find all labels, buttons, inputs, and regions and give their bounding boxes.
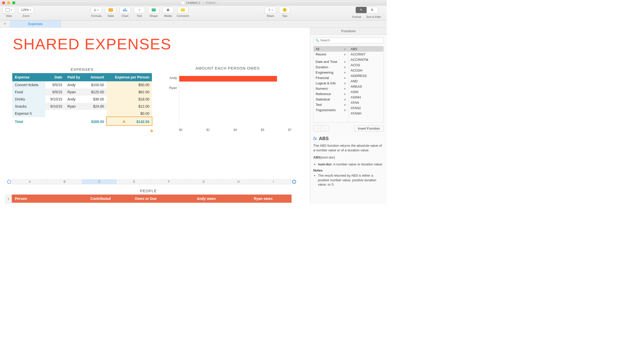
selection-handle[interactable] — [150, 130, 153, 132]
add-sheet-button[interactable]: + — [0, 20, 10, 27]
page-title: SHARED EXPENSES — [13, 35, 310, 53]
tips-button[interactable]: ? — [279, 7, 290, 13]
comment-button[interactable] — [177, 7, 188, 13]
text-button[interactable]: T — [134, 7, 145, 13]
chart-plot — [179, 73, 292, 127]
chart-icon — [123, 8, 127, 12]
toolbar: ▾ View 125%▾ Zoom fx▾ Formula Table Char… — [0, 6, 387, 20]
col-amount[interactable]: Amount — [85, 73, 107, 81]
col-epp[interactable]: Expense per Person — [107, 73, 152, 81]
category-all[interactable]: All▶ — [314, 46, 348, 52]
people-table[interactable]: PEOPLE 1 2 3 4 Person Contributed Owes o… — [5, 189, 292, 204]
document-status: — Edited — [202, 1, 215, 5]
nav-buttons: 〈 〉 — [313, 125, 329, 131]
zoom-label: Zoom — [23, 14, 30, 17]
selection-handle[interactable] — [123, 120, 125, 123]
fx-icon: fx — [313, 136, 317, 141]
nav-back-button[interactable]: 〈 — [314, 126, 321, 131]
function-detail: fxABS The ABS function returns the absol… — [313, 136, 384, 188]
category-recent[interactable]: Recent▶ — [314, 52, 348, 57]
table-handle[interactable] — [292, 180, 296, 184]
media-button[interactable]: ✿ — [162, 7, 174, 13]
zoom-window-button[interactable] — [12, 1, 15, 4]
share-button[interactable]: ⇧▾ — [265, 7, 276, 13]
function-search-input[interactable] — [313, 37, 384, 43]
canvas[interactable]: SHARED EXPENSES EXPENSES Expense Date Pa… — [0, 28, 310, 204]
expenses-table-title: EXPENSES — [12, 67, 152, 72]
document-icon — [181, 1, 185, 5]
insert-function-button[interactable]: Insert Function — [354, 126, 384, 131]
minimize-window-button[interactable] — [7, 1, 10, 4]
window-controls — [2, 1, 15, 4]
table-handle[interactable] — [7, 180, 11, 184]
selected-cell[interactable]: $142.50 — [107, 117, 152, 125]
share-icon: ⇧ — [268, 8, 271, 12]
sheet-tabs: + Expenses — [0, 20, 387, 28]
close-window-button[interactable] — [2, 1, 5, 4]
row-headers[interactable]: 1 2 3 4 — [5, 195, 12, 204]
view-button[interactable]: ▾ — [3, 7, 15, 13]
sidebar-header: Functions — [310, 28, 387, 35]
sort-icon: ⇅ — [371, 8, 373, 12]
document-title: Untitled 2 — [186, 1, 200, 5]
functions-sidebar: Functions 🔍 All▶ Recent▶ Date and Time▶ … — [310, 28, 387, 204]
column-headers[interactable]: A B C E F G H I — [12, 179, 291, 184]
tab-expenses[interactable]: Expenses — [10, 20, 61, 27]
chart-button[interactable] — [119, 7, 131, 13]
col-date[interactable]: Date — [45, 73, 65, 81]
shape-button[interactable] — [148, 7, 159, 13]
window-titlebar: Untitled 2 — Edited ⌄ — [0, 0, 387, 6]
format-button[interactable]: ✎ — [356, 7, 367, 13]
col-expense[interactable]: Expense — [12, 73, 45, 81]
view-label: View — [6, 14, 12, 17]
table-row: Andy $136.00 Owes: $6.50 – $0.00 — [12, 203, 292, 204]
category-list[interactable]: All▶ Recent▶ Date and Time▶ Duration▶ En… — [314, 46, 349, 122]
window-title: Untitled 2 — Edited ⌄ — [15, 1, 385, 5]
function-list[interactable]: ABS ACCRINT ACCRINTM ACOS ACOSH ADDRESS … — [349, 46, 383, 122]
fn-abs[interactable]: ABS — [349, 46, 383, 52]
zoom-button[interactable]: 125%▾ — [18, 7, 34, 13]
nav-forward-button[interactable]: 〉 — [321, 126, 329, 131]
chart-title: AMOUNT EACH PERSON OWES — [164, 66, 292, 70]
bar-andy — [179, 76, 277, 82]
people-table-title: PEOPLE — [5, 189, 292, 193]
brush-icon: ✎ — [360, 8, 362, 12]
media-icon: ✿ — [166, 8, 170, 12]
title-dropdown-icon[interactable]: ⌄ — [217, 2, 219, 4]
expenses-table[interactable]: EXPENSES Expense Date Paid by Amount Exp… — [12, 67, 152, 125]
owes-chart[interactable]: AMOUNT EACH PERSON OWES Andy Ryan $0 $2 … — [164, 66, 292, 132]
sort-filter-button[interactable]: ⇅ — [367, 7, 378, 13]
col-paidby[interactable]: Paid by — [65, 73, 85, 81]
formula-button[interactable]: fx▾ — [91, 7, 102, 13]
table-button[interactable] — [105, 7, 116, 13]
search-icon: 🔍 — [315, 39, 319, 42]
